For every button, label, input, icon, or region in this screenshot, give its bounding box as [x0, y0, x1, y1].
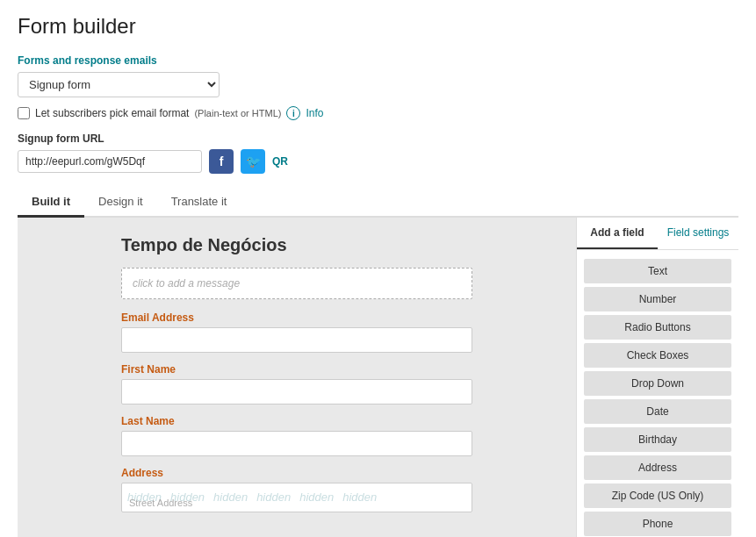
form-preview-inner: Tempo de Negócios click to add a message… — [121, 235, 472, 512]
add-phone-button[interactable]: Phone — [584, 512, 731, 536]
form-preview-area: Tempo de Negócios click to add a message… — [18, 218, 576, 537]
add-zip-code-button[interactable]: Zip Code (US Only) — [584, 483, 731, 508]
qr-link[interactable]: QR — [272, 155, 288, 168]
url-row: f 🐦 QR — [18, 149, 738, 174]
last-name-field-group: Last Name — [121, 415, 472, 467]
address-label: Address — [121, 467, 472, 479]
email-address-field-group: Email Address — [121, 311, 472, 363]
hidden-watermark: hidden — [256, 490, 291, 504]
form-select[interactable]: Signup form Confirmation Unsubscribe — [18, 72, 220, 97]
add-check-boxes-button[interactable]: Check Boxes — [584, 343, 731, 368]
page-container: Form builder Forms and response emails S… — [0, 0, 756, 537]
add-date-button[interactable]: Date — [584, 399, 731, 424]
form-select-row: Signup form Confirmation Unsubscribe — [18, 72, 738, 97]
street-address-hint: Street Address — [129, 498, 192, 508]
add-birthday-button[interactable]: Birthday — [584, 427, 731, 452]
info-icon[interactable]: i — [286, 106, 300, 120]
first-name-field-group: First Name — [121, 363, 472, 415]
add-radio-buttons-button[interactable]: Radio Buttons — [584, 315, 731, 340]
form-preview-title: Tempo de Negócios — [121, 235, 472, 255]
right-panel: Add a field Field settings Text Number R… — [576, 218, 738, 537]
email-address-input[interactable] — [121, 327, 472, 353]
hidden-watermark: hidden — [299, 490, 334, 504]
message-box[interactable]: click to add a message — [121, 268, 472, 299]
address-field-group: Address hidden hidden hidden hidden hidd… — [121, 467, 472, 512]
tab-build-it[interactable]: Build it — [18, 188, 84, 218]
first-name-label: First Name — [121, 363, 472, 376]
first-name-input[interactable] — [121, 379, 472, 405]
tab-design-it[interactable]: Design it — [84, 188, 157, 218]
panel-tab-field-settings[interactable]: Field settings — [658, 218, 738, 249]
facebook-icon: f — [220, 154, 224, 168]
tab-translate-it[interactable]: Translate it — [157, 188, 241, 218]
checkbox-note: (Plain-text or HTML) — [194, 108, 281, 118]
address-hidden-row[interactable]: hidden hidden hidden hidden hidden hidde… — [121, 483, 472, 512]
info-link[interactable]: Info — [306, 107, 323, 119]
main-content: Tempo de Negócios click to add a message… — [18, 218, 738, 537]
add-number-button[interactable]: Number — [584, 287, 731, 311]
checkbox-row: Let subscribers pick email format (Plain… — [18, 106, 738, 120]
forms-section-label: Forms and response emails — [18, 54, 738, 67]
add-text-button[interactable]: Text — [584, 259, 731, 283]
hidden-watermark: hidden — [213, 490, 248, 504]
page-title: Form builder — [18, 14, 738, 39]
email-address-label: Email Address — [121, 311, 472, 324]
add-drop-down-button[interactable]: Drop Down — [584, 371, 731, 396]
twitter-icon: 🐦 — [246, 154, 261, 168]
right-panel-tabs: Add a field Field settings — [577, 218, 738, 250]
email-format-checkbox[interactable] — [18, 107, 30, 119]
url-section-label: Signup form URL — [18, 132, 738, 145]
signup-url-input[interactable] — [18, 150, 202, 173]
checkbox-label: Let subscribers pick email format — [35, 107, 189, 119]
field-buttons-list: Text Number Radio Buttons Check Boxes Dr… — [577, 250, 738, 537]
panel-tab-add-field[interactable]: Add a field — [577, 218, 658, 249]
facebook-share-button[interactable]: f — [209, 149, 234, 174]
add-address-button[interactable]: Address — [584, 455, 731, 480]
last-name-label: Last Name — [121, 415, 472, 427]
hidden-watermark: hidden — [342, 490, 377, 504]
twitter-share-button[interactable]: 🐦 — [241, 149, 265, 174]
tabs-row: Build it Design it Translate it — [18, 188, 738, 218]
last-name-input[interactable] — [121, 431, 472, 456]
